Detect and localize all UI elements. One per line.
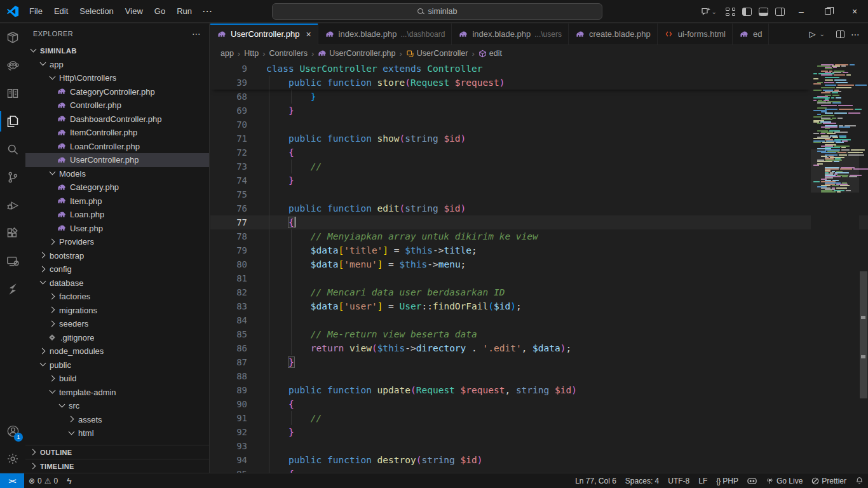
run-code-icon[interactable]: ▷	[810, 29, 816, 39]
code-line-92[interactable]: 92 }	[210, 425, 868, 439]
tree-item--gitignore[interactable]: .gitignore	[25, 331, 209, 345]
close-tab-icon[interactable]: ×	[306, 29, 311, 39]
tab-create-blade-php[interactable]: create.blade.php	[569, 24, 658, 44]
code-line-84[interactable]: 84	[210, 313, 868, 327]
code-line-9[interactable]: 9class UserController extends Controller	[210, 62, 811, 76]
tree-item-src[interactable]: src	[25, 399, 209, 413]
minimize-button[interactable]: –	[788, 0, 815, 23]
code-line-68[interactable]: 68 }	[210, 90, 868, 104]
toggle-panel-icon[interactable]	[755, 3, 771, 20]
tree-item-app[interactable]: app	[25, 58, 209, 72]
breadcrumb-item-usercontroller[interactable]: UserController	[406, 49, 468, 58]
status-spaces-4[interactable]: Spaces: 4	[621, 477, 663, 485]
status-prettier[interactable]: Prettier	[807, 477, 851, 485]
breadcrumb-item-usercontroller-php[interactable]: UserController.php	[318, 49, 395, 58]
breadcrumb-item-app[interactable]: app	[220, 49, 234, 58]
tree-item-database[interactable]: database	[25, 276, 209, 290]
editor-more-actions-icon[interactable]: ⋯	[851, 29, 860, 39]
tree-item-providers[interactable]: Providers	[25, 235, 209, 249]
command-center-search[interactable]: siminlab	[272, 3, 602, 20]
breadcrumb-item-edit[interactable]: edit	[478, 49, 502, 58]
explorer-files-icon[interactable]	[0, 107, 25, 135]
menu-item-selection[interactable]: Selection	[74, 4, 118, 18]
status-go-live[interactable]: Go Live	[761, 477, 807, 485]
outline-section[interactable]: OUTLINE	[25, 445, 209, 459]
code-line-76[interactable]: 76 public function edit(string $id)	[210, 201, 868, 215]
remote-indicator[interactable]: ><	[0, 473, 24, 488]
tree-item-template-admin[interactable]: template-admin	[25, 386, 209, 400]
tree-item-config[interactable]: config	[25, 262, 209, 276]
tab-index-blade-php[interactable]: index.blade.php...\users	[452, 24, 569, 44]
extensions-icon[interactable]	[0, 219, 25, 247]
tab-ed[interactable]: ed	[733, 24, 769, 44]
tree-item-build[interactable]: build	[25, 372, 209, 386]
code-line-72[interactable]: 72 {	[210, 146, 868, 159]
timeline-section[interactable]: TIMELINE	[25, 459, 209, 473]
problems-status[interactable]: ⊗ 0 ⚠ 0	[24, 473, 62, 488]
tree-item-bootstrap[interactable]: bootstrap	[25, 249, 209, 263]
search-sidebar-icon[interactable]	[0, 135, 25, 163]
code-line-77[interactable]: 77 {	[210, 215, 868, 229]
breadcrumb-item-controllers[interactable]: Controllers	[269, 49, 307, 58]
customize-layout-icon[interactable]	[722, 3, 738, 20]
breadcrumb-item-http[interactable]: Http	[244, 49, 259, 58]
code-line-82[interactable]: 82 // Mencari data user berdasarkan ID	[210, 285, 868, 299]
monkey-extension-icon[interactable]	[0, 51, 25, 79]
code-line-70[interactable]: 70	[210, 118, 868, 132]
status-bell[interactable]	[851, 477, 868, 485]
code-line-85[interactable]: 85 // Me-return view beserta data	[210, 327, 868, 341]
status-utf-8[interactable]: UTF-8	[663, 477, 694, 485]
tree-item-category-php[interactable]: Category.php	[25, 180, 209, 194]
tree-item-migrations[interactable]: migrations	[25, 304, 209, 318]
tree-item-siminlab[interactable]: SIMINLAB	[25, 44, 209, 58]
tree-item-categorycontroller-php[interactable]: CategoryController.php	[25, 85, 209, 99]
menu-item-edit[interactable]: Edit	[49, 4, 73, 18]
code-line-95[interactable]: 95 {	[210, 467, 868, 473]
tab-ui-forms-html[interactable]: ui-forms.html	[658, 24, 733, 44]
code-line-93[interactable]: 93	[210, 439, 868, 453]
tree-item-html[interactable]: html	[25, 426, 209, 440]
menu-item-go[interactable]: Go	[149, 4, 170, 18]
code-line-81[interactable]: 81	[210, 271, 868, 285]
tree-item-dashboardcontroller-php[interactable]: DashboardController.php	[25, 112, 209, 126]
minimap-slider[interactable]	[811, 149, 859, 193]
tree-item-loancontroller-php[interactable]: LoanController.php	[25, 140, 209, 154]
menu-more-button[interactable]: ⋯	[197, 3, 218, 20]
code-area[interactable]: 9class UserController extends Controller…	[210, 62, 868, 473]
code-line-86[interactable]: 86 return view($this->directory . '.edit…	[210, 341, 868, 355]
tree-item-public[interactable]: public	[25, 358, 209, 372]
run-debug-icon[interactable]	[0, 191, 25, 219]
tree-item-user-php[interactable]: User.php	[25, 222, 209, 236]
code-line-91[interactable]: 91 //	[210, 411, 868, 425]
explorer-more-actions-icon[interactable]: ⋯	[192, 29, 201, 39]
code-line-71[interactable]: 71 public function show(string $id)	[210, 132, 868, 146]
source-control-icon[interactable]	[0, 163, 25, 191]
s-lightning-extension-icon[interactable]	[0, 275, 25, 303]
chevron-down-icon[interactable]: ⌄	[712, 8, 717, 15]
toggle-secondary-sidebar-icon[interactable]	[771, 3, 788, 20]
remote-explorer-icon[interactable]	[0, 247, 25, 275]
code-line-39[interactable]: 39 public function store(Request $reques…	[210, 76, 811, 90]
tree-item-factories[interactable]: factories	[25, 290, 209, 304]
code-line-75[interactable]: 75	[210, 187, 868, 201]
code-line-94[interactable]: 94 public function destroy(string $id)	[210, 453, 868, 467]
menu-item-view[interactable]: View	[120, 4, 148, 18]
close-window-button[interactable]: ×	[841, 0, 868, 23]
book-docs-icon[interactable]	[0, 79, 25, 107]
split-editor-icon[interactable]	[836, 30, 844, 38]
code-line-78[interactable]: 78 // Menyiapkan array untuk dikirim ke …	[210, 229, 868, 243]
tab-usercontroller-php[interactable]: UserController.php×	[210, 24, 318, 44]
code-line-79[interactable]: 79 $data['title'] = $this->title;	[210, 243, 868, 257]
tree-item-models[interactable]: Models	[25, 167, 209, 181]
run-dropdown-chevron-icon[interactable]: ⌄	[820, 30, 825, 37]
code-line-89[interactable]: 89 public function update(Request $reque…	[210, 383, 868, 397]
code-line-74[interactable]: 74 }	[210, 173, 868, 187]
code-line-73[interactable]: 73 //	[210, 159, 868, 173]
status-ln-77-col-6[interactable]: Ln 77, Col 6	[571, 477, 621, 485]
code-line-90[interactable]: 90 {	[210, 397, 868, 411]
tree-item-itemcontroller-php[interactable]: ItemController.php	[25, 126, 209, 140]
tree-item-item-php[interactable]: Item.php	[25, 194, 209, 208]
minimap[interactable]	[811, 62, 859, 473]
status-php[interactable]: {}PHP	[712, 477, 743, 485]
code-line-80[interactable]: 80 $data['menu'] = $this->menu;	[210, 257, 868, 271]
